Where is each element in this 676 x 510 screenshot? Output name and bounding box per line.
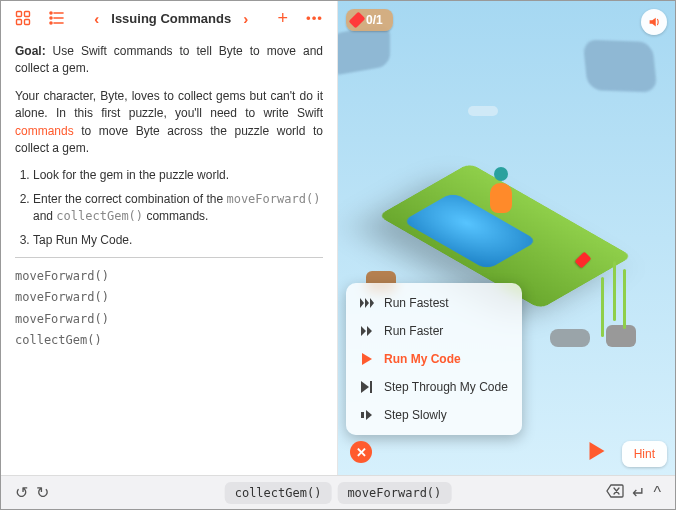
svg-rect-3 <box>25 20 30 25</box>
play-icon <box>360 353 374 365</box>
code-line[interactable]: collectGem() <box>15 332 323 349</box>
cloud-rock <box>583 40 658 93</box>
fast-forward-3-icon <box>360 298 374 308</box>
world-pane: 0/1 Run Fastest Run Faster <box>338 1 675 475</box>
instructions-content: Goal: Use Swift commands to tell Byte to… <box>1 35 337 363</box>
delete-button[interactable] <box>602 484 628 502</box>
run-faster-option[interactable]: Run Faster <box>346 317 522 345</box>
more-button[interactable]: ••• <box>302 9 327 28</box>
redo-button[interactable]: ↻ <box>32 483 53 502</box>
play-bar-icon <box>360 381 374 393</box>
next-page-button[interactable]: › <box>239 8 252 29</box>
code-line[interactable]: moveForward() <box>15 289 323 306</box>
run-fastest-option[interactable]: Run Fastest <box>346 289 522 317</box>
stone-slab <box>550 329 590 347</box>
svg-rect-2 <box>17 20 22 25</box>
step-2: Enter the correct combination of the mov… <box>33 191 323 226</box>
svg-rect-10 <box>370 381 372 393</box>
step-1: Look for the gem in the puzzle world. <box>33 167 323 184</box>
main-split: ‹ Issuing Commands › + ••• Goal: Use Swi… <box>1 1 675 475</box>
goal-paragraph: Goal: Use Swift commands to tell Byte to… <box>15 43 323 78</box>
rock <box>606 325 636 347</box>
code-suggestions: collectGem() moveForward() <box>225 482 452 504</box>
undo-button[interactable]: ↺ <box>11 483 32 502</box>
svg-point-7 <box>50 12 52 14</box>
svg-point-8 <box>50 17 52 19</box>
run-option-label: Step Through My Code <box>384 380 508 394</box>
add-button[interactable]: + <box>273 6 292 31</box>
step-3: Tap Run My Code. <box>33 232 323 249</box>
list-view-icon[interactable] <box>45 8 69 28</box>
intro-paragraph: Your character, Byte, loves to collect g… <box>15 88 323 158</box>
steps-list: Look for the gem in the puzzle world. En… <box>15 167 323 249</box>
app-root: ‹ Issuing Commands › + ••• Goal: Use Swi… <box>0 0 676 510</box>
commands-link[interactable]: commands <box>15 124 74 138</box>
fast-forward-2-icon <box>360 326 374 336</box>
step-slowly-option[interactable]: Step Slowly <box>346 401 522 429</box>
bottom-toolbar: ↺ ↻ collectGem() moveForward() ↵ ^ <box>1 475 675 509</box>
return-button[interactable]: ↵ <box>628 483 649 502</box>
step-2-lead: Enter the correct combination of the <box>33 192 226 206</box>
code-collectgem: collectGem() <box>56 209 143 223</box>
suggestion-collectgem[interactable]: collectGem() <box>225 482 332 504</box>
run-button[interactable] <box>589 442 605 465</box>
code-moveforward: moveForward() <box>226 192 320 206</box>
page-title: Issuing Commands <box>111 11 231 26</box>
run-speed-menu: Run Fastest Run Faster Run My Code <box>346 283 522 435</box>
run-option-label: Run Faster <box>384 324 443 338</box>
cloud <box>468 106 498 116</box>
suggestion-moveforward[interactable]: moveForward() <box>337 482 451 504</box>
step-2-tail: commands. <box>143 209 208 223</box>
svg-rect-1 <box>25 12 30 17</box>
editor-pane: ‹ Issuing Commands › + ••• Goal: Use Swi… <box>1 1 338 475</box>
goal-label: Goal: <box>15 44 46 58</box>
svg-point-9 <box>50 22 52 24</box>
keyboard-toggle-button[interactable]: ^ <box>649 484 665 502</box>
hint-button[interactable]: Hint <box>622 441 667 467</box>
editor-toolbar: ‹ Issuing Commands › + ••• <box>1 1 337 35</box>
prev-page-button[interactable]: ‹ <box>90 8 103 29</box>
run-option-label: Step Slowly <box>384 408 447 422</box>
svg-rect-11 <box>361 412 364 418</box>
step-2-mid: and <box>33 209 56 223</box>
code-line[interactable]: moveForward() <box>15 311 323 328</box>
run-option-label: Run Fastest <box>384 296 449 310</box>
close-run-menu-button[interactable]: ✕ <box>350 441 372 463</box>
sound-toggle-button[interactable] <box>641 9 667 35</box>
slow-play-icon <box>360 410 374 420</box>
grid-view-icon[interactable] <box>11 8 35 28</box>
run-my-code-option[interactable]: Run My Code <box>346 345 522 373</box>
gem-icon <box>349 12 366 29</box>
title-nav: ‹ Issuing Commands › <box>79 8 263 29</box>
svg-rect-0 <box>17 12 22 17</box>
vines <box>613 261 616 321</box>
separator <box>15 257 323 258</box>
goal-text: Use Swift commands to tell Byte to move … <box>15 44 323 75</box>
code-editor[interactable]: moveForward() moveForward() moveForward(… <box>15 268 323 350</box>
run-option-label: Run My Code <box>384 352 461 366</box>
code-line[interactable]: moveForward() <box>15 268 323 285</box>
intro-before: Your character, Byte, loves to collect g… <box>15 89 323 120</box>
gem-count-text: 0/1 <box>366 13 383 27</box>
step-through-option[interactable]: Step Through My Code <box>346 373 522 401</box>
byte-character <box>488 171 514 213</box>
cloud-rock <box>338 24 390 77</box>
gem-counter: 0/1 <box>346 9 393 31</box>
